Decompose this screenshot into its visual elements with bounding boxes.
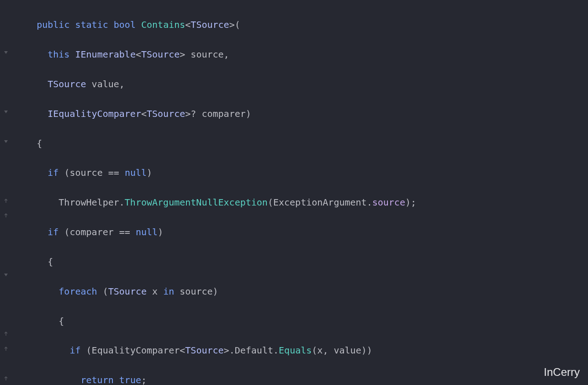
identifier: comparer	[69, 227, 113, 237]
code-line: this IEnumerable<TSource> source,	[15, 47, 416, 62]
identifier: x	[152, 286, 158, 297]
code-line: if (comparer == null)	[15, 225, 416, 239]
fold-marker-icon[interactable]	[3, 109, 9, 115]
angle-open: <	[141, 108, 147, 119]
code-line: {	[15, 314, 416, 328]
semicolon: ;	[141, 374, 147, 385]
keyword-null: null	[125, 167, 147, 178]
type-param: TSource	[48, 79, 86, 90]
paren-open: (	[268, 197, 273, 208]
code-line: ThrowHelper.ThrowArgumentNullException(E…	[15, 195, 416, 210]
code-block: public static bool Contains<TSource>( th…	[15, 3, 416, 385]
fold-marker-icon[interactable]	[3, 272, 9, 278]
param-name: value	[92, 79, 119, 90]
angle-close: >	[180, 49, 185, 60]
brace-open: {	[48, 256, 53, 267]
angle-close: >	[229, 19, 235, 30]
type-param: TSource	[108, 286, 147, 297]
identifier: x	[317, 345, 323, 356]
code-line: {	[15, 136, 416, 151]
type-param: TSource	[185, 345, 223, 356]
brace-open: {	[37, 138, 42, 149]
paren-open: (	[312, 345, 317, 356]
method-name: Contains	[141, 19, 185, 30]
dot: .	[229, 345, 235, 356]
angle-close: >	[224, 345, 229, 356]
keyword-true: true	[119, 374, 141, 385]
identifier: value	[334, 345, 361, 356]
paren-close: )	[158, 227, 163, 237]
identifier: source	[69, 167, 102, 178]
nullable-marker: ?	[191, 108, 196, 119]
keyword-if: if	[48, 167, 58, 178]
fold-marker-icon[interactable]	[3, 138, 9, 145]
angle-open: <	[136, 49, 141, 60]
identifier: source	[180, 286, 212, 297]
dot: .	[119, 197, 125, 208]
paren-open: (	[64, 227, 69, 237]
fold-marker-icon[interactable]	[3, 198, 9, 204]
property: source	[372, 197, 405, 208]
fold-marker-icon[interactable]	[3, 346, 9, 352]
paren-close: )	[405, 197, 411, 208]
fold-marker-icon[interactable]	[3, 212, 9, 219]
operator-eq: ==	[119, 227, 130, 237]
comma: ,	[323, 345, 328, 356]
method-call: Equals	[279, 345, 312, 356]
property: Default	[235, 345, 273, 356]
class-name: ExceptionArgument	[273, 197, 367, 208]
dot: .	[273, 345, 279, 356]
code-line: {	[15, 254, 416, 269]
angle-close: >	[185, 108, 191, 119]
keyword-foreach: foreach	[58, 286, 97, 297]
type-param: TSource	[191, 19, 229, 30]
dot: .	[367, 197, 372, 208]
code-line: return true;	[15, 373, 416, 385]
param-name: comparer	[201, 108, 245, 119]
paren-close: )	[246, 108, 251, 119]
code-line: if (EqualityComparer<TSource>.Default.Eq…	[15, 343, 416, 358]
keyword-if: if	[69, 345, 80, 356]
code-line: IEqualityComparer<TSource>? comparer)	[15, 106, 416, 121]
semicolon: ;	[411, 197, 416, 208]
code-line: public static bool Contains<TSource>(	[15, 17, 416, 32]
keyword-if: if	[48, 227, 58, 237]
code-line: TSource value,	[15, 77, 416, 91]
type-param: TSource	[141, 49, 180, 60]
angle-open: <	[180, 345, 185, 356]
keyword-bool: bool	[114, 19, 136, 30]
keyword-static: static	[75, 19, 108, 30]
paren-close: )	[361, 345, 367, 356]
comma: ,	[119, 79, 125, 90]
keyword-null: null	[136, 227, 158, 237]
code-line: foreach (TSource x in source)	[15, 284, 416, 299]
paren-close: )	[147, 167, 152, 178]
fold-marker-icon[interactable]	[3, 331, 9, 337]
keyword-in: in	[163, 286, 174, 297]
paren-open: (	[103, 286, 108, 297]
keyword-return: return	[81, 374, 114, 385]
type-param: TSource	[147, 108, 185, 119]
operator-eq: ==	[108, 167, 119, 178]
type-name: IEqualityComparer	[48, 108, 141, 119]
class-name: ThrowHelper	[58, 197, 119, 208]
param-name: source	[191, 49, 223, 60]
paren-close: )	[213, 286, 218, 297]
class-name: EqualityComparer	[92, 345, 180, 356]
fold-marker-icon[interactable]	[3, 49, 9, 56]
method-call: ThrowArgumentNullException	[125, 197, 268, 208]
fold-marker-icon[interactable]	[3, 375, 9, 382]
paren-open: (	[86, 345, 92, 356]
brace-open: {	[58, 316, 64, 327]
keyword-public: public	[37, 19, 69, 30]
paren-open: (	[64, 167, 69, 178]
gutter	[0, 0, 15, 385]
watermark-label: InCerry	[544, 365, 580, 380]
angle-open: <	[185, 19, 191, 30]
code-line: if (source == null)	[15, 165, 416, 180]
keyword-this: this	[48, 49, 69, 60]
comma: ,	[224, 49, 229, 60]
type-name: IEnumerable	[75, 49, 135, 60]
paren-close: )	[367, 345, 372, 356]
paren-open: (	[235, 19, 240, 30]
